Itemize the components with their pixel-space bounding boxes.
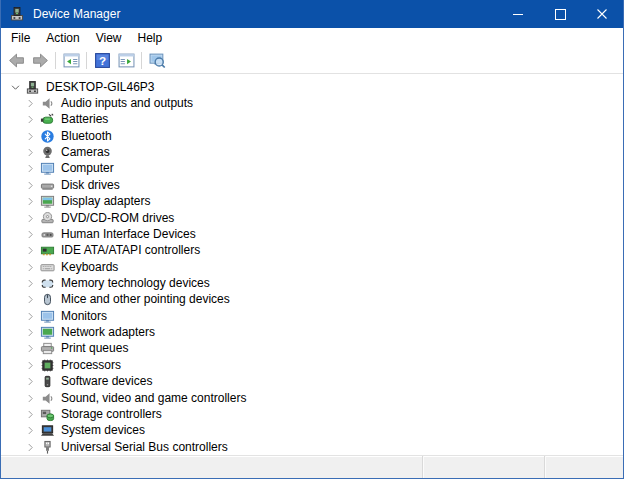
chevron-right-icon[interactable]: [23, 227, 37, 241]
chevron-right-icon[interactable]: [23, 211, 37, 225]
speaker-icon: [40, 96, 55, 111]
chevron-right-icon[interactable]: [23, 375, 37, 389]
forward-icon: [32, 52, 49, 69]
monitor-icon: [40, 309, 55, 324]
show-console-tree-button[interactable]: [59, 50, 83, 72]
chevron-right-icon[interactable]: [23, 146, 37, 160]
chevron-down-icon[interactable]: [8, 80, 22, 94]
device-manager-window: Device Manager File Action View Help DES…: [0, 0, 624, 479]
chevron-right-icon[interactable]: [23, 391, 37, 405]
tree-item-label: Cameras: [59, 145, 112, 160]
tree-item-label: Network adapters: [59, 325, 157, 340]
status-bar: [1, 455, 623, 478]
chevron-right-icon[interactable]: [23, 326, 37, 340]
menu-help[interactable]: Help: [130, 29, 171, 47]
maximize-button[interactable]: [539, 0, 581, 28]
chevron-right-icon[interactable]: [23, 293, 37, 307]
tree-item-label: Print queues: [59, 341, 130, 356]
tree-item[interactable]: Human Interface Devices: [1, 226, 623, 242]
chevron-right-icon[interactable]: [23, 244, 37, 258]
close-icon: [597, 9, 607, 19]
chevron-right-icon[interactable]: [23, 195, 37, 209]
tree-item[interactable]: Bluetooth: [1, 128, 623, 144]
tree-item-label: Bluetooth: [59, 129, 114, 144]
system-icon: [40, 423, 55, 438]
chevron-right-icon[interactable]: [23, 129, 37, 143]
menu-file[interactable]: File: [3, 29, 38, 47]
forward-button[interactable]: [28, 50, 52, 72]
tree-item-label: DESKTOP-GIL46P3: [44, 80, 157, 95]
tree-item[interactable]: Keyboards: [1, 259, 623, 275]
chevron-right-icon[interactable]: [23, 440, 37, 454]
tree-item-label: Batteries: [59, 112, 110, 127]
tree-item[interactable]: Mice and other pointing devices: [1, 292, 623, 308]
tree-item[interactable]: Cameras: [1, 144, 623, 160]
chevron-right-icon[interactable]: [23, 342, 37, 356]
tree-item[interactable]: Disk drives: [1, 177, 623, 193]
chevron-right-icon[interactable]: [23, 178, 37, 192]
close-button[interactable]: [581, 0, 623, 28]
ide-icon: [40, 243, 55, 258]
minimize-icon: [513, 14, 523, 15]
status-section-2: [422, 456, 544, 478]
mouse-icon: [40, 292, 55, 307]
chevron-right-icon[interactable]: [23, 407, 37, 421]
chevron-right-icon[interactable]: [23, 113, 37, 127]
help-icon: [94, 52, 111, 69]
tree-item-label: Universal Serial Bus controllers: [59, 440, 230, 455]
back-button[interactable]: [4, 50, 28, 72]
tree-item-label: DVD/CD-ROM drives: [59, 211, 176, 226]
show-action-pane-icon: [118, 52, 135, 69]
bluetooth-icon: [40, 129, 55, 144]
show-console-tree-icon: [63, 52, 80, 69]
toolbar-separator: [55, 52, 56, 69]
tree-item[interactable]: Memory technology devices: [1, 275, 623, 291]
tree-item-label: Processors: [59, 358, 123, 373]
maximize-icon: [555, 9, 566, 20]
scan-hardware-changes-button[interactable]: [145, 50, 169, 72]
help-button[interactable]: [90, 50, 114, 72]
tree-item-label: Computer: [59, 161, 116, 176]
tree-item-root[interactable]: DESKTOP-GIL46P3: [1, 79, 623, 95]
chevron-right-icon[interactable]: [23, 260, 37, 274]
chevron-right-icon[interactable]: [23, 162, 37, 176]
chevron-right-icon[interactable]: [23, 276, 37, 290]
menu-action[interactable]: Action: [38, 29, 87, 47]
tree-item[interactable]: Display adapters: [1, 194, 623, 210]
tree-item[interactable]: Storage controllers: [1, 406, 623, 422]
usb-icon: [40, 440, 55, 455]
memory-icon: [40, 276, 55, 291]
tree-item[interactable]: Sound, video and game controllers: [1, 390, 623, 406]
tree-item[interactable]: System devices: [1, 423, 623, 439]
chevron-right-icon[interactable]: [23, 358, 37, 372]
tree-item[interactable]: Print queues: [1, 341, 623, 357]
show-action-pane-button[interactable]: [114, 50, 138, 72]
tree-item[interactable]: IDE ATA/ATAPI controllers: [1, 243, 623, 259]
device-manager-icon: [9, 6, 25, 22]
battery-icon: [40, 112, 55, 127]
tree-item-label: Human Interface Devices: [59, 227, 198, 242]
tree-item[interactable]: Processors: [1, 357, 623, 373]
chevron-right-icon[interactable]: [23, 424, 37, 438]
tree-item[interactable]: Software devices: [1, 373, 623, 389]
tree-item[interactable]: Network adapters: [1, 324, 623, 340]
chevron-right-icon[interactable]: [23, 97, 37, 111]
tree-item[interactable]: Universal Serial Bus controllers: [1, 439, 623, 455]
tree-item-label: Sound, video and game controllers: [59, 391, 248, 406]
tree-item[interactable]: Computer: [1, 161, 623, 177]
toolbar-separator: [86, 52, 87, 69]
hid-icon: [40, 227, 55, 242]
chevron-right-icon[interactable]: [23, 309, 37, 323]
tree-item[interactable]: Audio inputs and outputs: [1, 95, 623, 111]
tree-item-label: System devices: [59, 423, 147, 438]
tree-item[interactable]: DVD/CD-ROM drives: [1, 210, 623, 226]
tree-item[interactable]: Batteries: [1, 112, 623, 128]
menu-view[interactable]: View: [88, 29, 130, 47]
titlebar[interactable]: Device Manager: [1, 0, 623, 28]
tree-item[interactable]: Monitors: [1, 308, 623, 324]
tree-item-label: Display adapters: [59, 194, 152, 209]
minimize-button[interactable]: [497, 0, 539, 28]
menu-bar: File Action View Help: [1, 28, 623, 48]
tree-item-label: IDE ATA/ATAPI controllers: [59, 243, 202, 258]
storage-icon: [40, 407, 55, 422]
